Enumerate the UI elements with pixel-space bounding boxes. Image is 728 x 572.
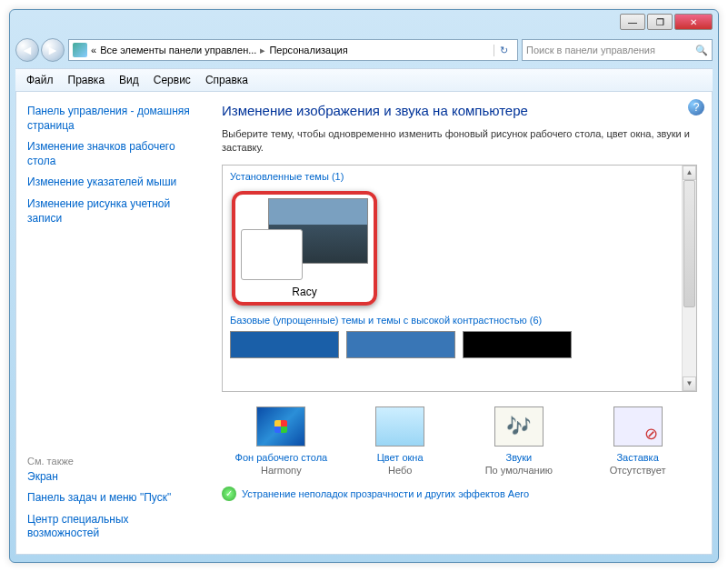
- theme-name-label: Racy: [239, 286, 370, 298]
- address-part1[interactable]: Все элементы панели управлен...: [100, 45, 256, 55]
- category-installed: Установленные темы (1): [223, 166, 696, 187]
- forward-button[interactable]: ►: [41, 38, 65, 62]
- opt-color-sub: Небо: [345, 465, 454, 476]
- navbar: ◄ ► « Все элементы панели управлен... ▸ …: [15, 35, 713, 65]
- scroll-down-button[interactable]: ▼: [683, 376, 696, 391]
- sidebar-link-home[interactable]: Панель управления - домашняя страница: [27, 101, 196, 136]
- address-icon: [73, 43, 87, 57]
- address-part2[interactable]: Персонализация: [269, 45, 347, 55]
- scrollbar[interactable]: ▲ ▼: [682, 166, 696, 391]
- help-icon[interactable]: ?: [688, 99, 704, 115]
- close-button[interactable]: ✕: [674, 14, 713, 30]
- see-also-accessibility[interactable]: Центр специальных возможностей: [27, 509, 196, 545]
- basic-themes-row: [223, 331, 696, 358]
- main: ? Изменение изображения и звука на компь…: [207, 92, 712, 554]
- basic-theme-2[interactable]: [346, 331, 455, 358]
- sidebar-link-pointers[interactable]: Изменение указателей мыши: [27, 172, 196, 194]
- maximize-button[interactable]: ❐: [647, 14, 673, 30]
- opt-window-color[interactable]: Цвет окна Небо: [345, 406, 454, 476]
- address-bar[interactable]: « Все элементы панели управлен... ▸ Перс…: [68, 39, 518, 61]
- content: Панель управления - домашняя страница Из…: [15, 92, 713, 555]
- bottom-options: Фон рабочего стола Harmony Цвет окна Неб…: [222, 406, 697, 476]
- menu-service[interactable]: Сервис: [146, 70, 198, 90]
- window-color-icon: [375, 406, 424, 447]
- opt-sounds-title: Звуки: [464, 452, 573, 463]
- address-prefix: «: [91, 45, 96, 55]
- menubar: Файл Правка Вид Сервис Справка: [15, 68, 713, 92]
- troubleshoot-label: Устранение неполадок прозрачности и друг…: [242, 488, 529, 499]
- see-also-label: См. также: [27, 448, 196, 467]
- sidebar-link-account-picture[interactable]: Изменение рисунка учетной записи: [27, 194, 196, 229]
- sidebar-link-icons[interactable]: Изменение значков рабочего стола: [27, 136, 196, 172]
- opt-desktop-background[interactable]: Фон рабочего стола Harmony: [226, 406, 335, 476]
- opt-screensaver[interactable]: Заставка Отсутствует: [583, 406, 693, 476]
- breadcrumb-sep-icon: ▸: [260, 45, 265, 56]
- basic-theme-3[interactable]: [463, 331, 572, 358]
- minimize-button[interactable]: —: [620, 14, 645, 30]
- see-also-taskbar[interactable]: Панель задач и меню "Пуск": [27, 487, 196, 509]
- opt-saver-sub: Отсутствует: [583, 465, 693, 476]
- scroll-up-button[interactable]: ▲: [683, 166, 696, 180]
- titlebar: — ❐ ✕: [10, 10, 718, 35]
- opt-sounds[interactable]: 🎶 Звуки По умолчанию: [464, 406, 573, 476]
- opt-desktop-sub: Harmony: [226, 465, 335, 476]
- theme-thumbnail: [241, 198, 368, 280]
- theme-racy[interactable]: Racy: [232, 191, 377, 306]
- search-input[interactable]: Поиск в панели управления 🔍: [522, 39, 713, 61]
- desktop-bg-icon: [256, 406, 305, 447]
- menu-edit[interactable]: Правка: [61, 70, 113, 90]
- theme-thumb-sub: [241, 229, 303, 280]
- scroll-thumb[interactable]: [683, 180, 695, 307]
- search-placeholder: Поиск в панели управления: [526, 45, 655, 55]
- page-title: Изменение изображения и звука на компьют…: [222, 103, 697, 118]
- sidebar: Панель управления - домашняя страница Из…: [16, 92, 207, 554]
- theme-list: ▲ ▼ Установленные темы (1) Racy Базовые …: [222, 165, 697, 392]
- opt-desktop-title: Фон рабочего стола: [226, 452, 335, 463]
- troubleshoot-icon: ✓: [222, 487, 236, 501]
- see-also-display[interactable]: Экран: [27, 467, 196, 488]
- opt-sounds-sub: По умолчанию: [464, 465, 573, 476]
- menu-view[interactable]: Вид: [112, 70, 146, 90]
- menu-file[interactable]: Файл: [19, 70, 61, 90]
- opt-saver-title: Заставка: [583, 452, 693, 463]
- menu-help[interactable]: Справка: [198, 70, 255, 90]
- opt-color-title: Цвет окна: [345, 452, 454, 463]
- refresh-button[interactable]: ↻: [494, 45, 514, 56]
- troubleshoot-link[interactable]: ✓ Устранение неполадок прозрачности и др…: [222, 487, 697, 501]
- basic-theme-1[interactable]: [230, 331, 339, 358]
- category-basic: Базовые (упрощенные) темы и темы с высок…: [223, 309, 696, 331]
- sounds-icon: 🎶: [494, 406, 544, 447]
- screensaver-icon: [613, 406, 663, 447]
- window: — ❐ ✕ ◄ ► « Все элементы панели управлен…: [9, 9, 719, 563]
- search-icon[interactable]: 🔍: [695, 45, 708, 56]
- page-subheading: Выберите тему, чтобы одновременно измени…: [222, 127, 697, 156]
- back-button[interactable]: ◄: [15, 38, 39, 62]
